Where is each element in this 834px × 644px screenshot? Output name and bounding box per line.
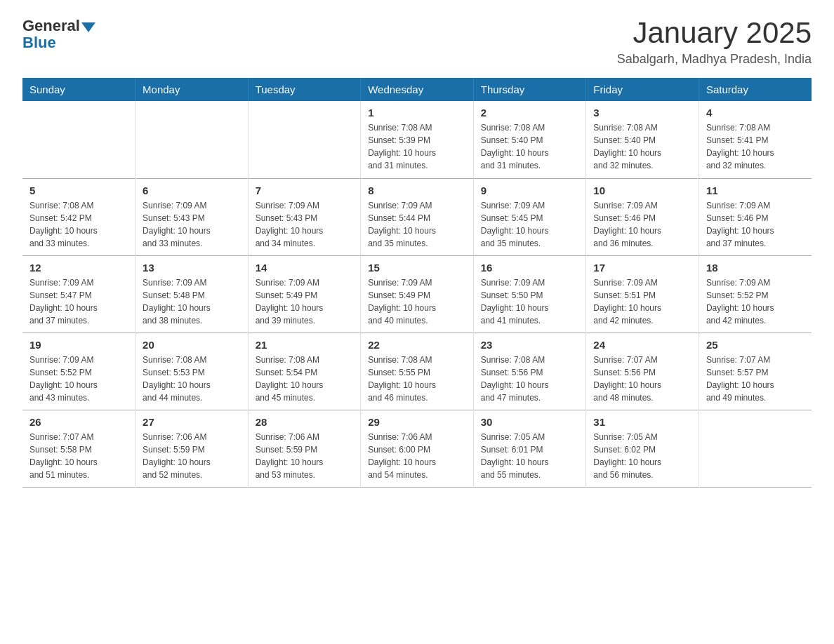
calendar-week-row: 19Sunrise: 7:09 AM Sunset: 5:52 PM Dayli… [22, 333, 812, 410]
day-info: Sunrise: 7:06 AM Sunset: 6:00 PM Dayligh… [368, 431, 466, 481]
calendar-cell: 13Sunrise: 7:09 AM Sunset: 5:48 PM Dayli… [135, 255, 249, 333]
day-number: 15 [368, 262, 466, 274]
day-number: 4 [706, 107, 805, 119]
calendar-cell: 3Sunrise: 7:08 AM Sunset: 5:40 PM Daylig… [586, 101, 699, 178]
calendar-cell [248, 101, 361, 178]
day-number: 23 [481, 339, 579, 351]
day-number: 25 [706, 339, 805, 351]
logo: General Blue [22, 17, 95, 52]
day-info: Sunrise: 7:08 AM Sunset: 5:54 PM Dayligh… [256, 354, 354, 404]
calendar-week-row: 1Sunrise: 7:08 AM Sunset: 5:39 PM Daylig… [22, 101, 812, 178]
calendar-cell: 14Sunrise: 7:09 AM Sunset: 5:49 PM Dayli… [248, 255, 361, 333]
day-info: Sunrise: 7:07 AM Sunset: 5:56 PM Dayligh… [593, 354, 691, 404]
calendar-cell: 12Sunrise: 7:09 AM Sunset: 5:47 PM Dayli… [22, 255, 135, 333]
day-info: Sunrise: 7:09 AM Sunset: 5:43 PM Dayligh… [143, 199, 241, 250]
day-info: Sunrise: 7:05 AM Sunset: 6:01 PM Dayligh… [481, 431, 579, 481]
calendar-cell: 10Sunrise: 7:09 AM Sunset: 5:46 PM Dayli… [586, 178, 699, 255]
day-info: Sunrise: 7:09 AM Sunset: 5:49 PM Dayligh… [368, 276, 466, 327]
calendar-cell [699, 410, 812, 487]
calendar-cell: 19Sunrise: 7:09 AM Sunset: 5:52 PM Dayli… [22, 333, 135, 410]
day-info: Sunrise: 7:09 AM Sunset: 5:50 PM Dayligh… [481, 276, 579, 327]
logo-general: General [22, 17, 80, 35]
day-number: 21 [256, 339, 354, 351]
day-number: 31 [593, 416, 691, 428]
logo-triangle-icon [81, 22, 95, 32]
day-info: Sunrise: 7:08 AM Sunset: 5:55 PM Dayligh… [368, 354, 466, 404]
day-number: 3 [593, 107, 691, 119]
day-number: 24 [593, 339, 691, 351]
calendar-cell: 6Sunrise: 7:09 AM Sunset: 5:43 PM Daylig… [135, 178, 249, 255]
day-number: 5 [29, 185, 128, 196]
day-number: 29 [368, 416, 466, 428]
calendar-cell: 24Sunrise: 7:07 AM Sunset: 5:56 PM Dayli… [586, 333, 699, 410]
calendar-cell [135, 101, 249, 178]
day-number: 6 [143, 185, 241, 196]
day-info: Sunrise: 7:09 AM Sunset: 5:47 PM Dayligh… [29, 276, 128, 327]
calendar-cell: 8Sunrise: 7:09 AM Sunset: 5:44 PM Daylig… [361, 178, 474, 255]
day-number: 19 [29, 339, 128, 351]
weekday-header-monday: Monday [135, 78, 249, 101]
day-number: 11 [706, 185, 805, 196]
title-block: January 2025 Sabalgarh, Madhya Pradesh, … [617, 17, 812, 67]
day-info: Sunrise: 7:09 AM Sunset: 5:46 PM Dayligh… [706, 199, 805, 250]
calendar-cell: 1Sunrise: 7:08 AM Sunset: 5:39 PM Daylig… [361, 101, 474, 178]
day-info: Sunrise: 7:07 AM Sunset: 5:58 PM Dayligh… [29, 431, 128, 481]
day-info: Sunrise: 7:09 AM Sunset: 5:52 PM Dayligh… [706, 276, 805, 327]
day-number: 8 [368, 185, 466, 196]
day-info: Sunrise: 7:08 AM Sunset: 5:40 PM Dayligh… [593, 121, 691, 172]
calendar-cell: 20Sunrise: 7:08 AM Sunset: 5:53 PM Dayli… [135, 333, 249, 410]
month-year-title: January 2025 [617, 17, 812, 49]
weekday-header-friday: Friday [586, 78, 699, 101]
day-info: Sunrise: 7:09 AM Sunset: 5:48 PM Dayligh… [143, 276, 241, 327]
day-info: Sunrise: 7:07 AM Sunset: 5:57 PM Dayligh… [706, 354, 805, 404]
calendar-cell: 18Sunrise: 7:09 AM Sunset: 5:52 PM Dayli… [699, 255, 812, 333]
day-number: 13 [143, 262, 241, 274]
calendar-cell: 16Sunrise: 7:09 AM Sunset: 5:50 PM Dayli… [473, 255, 586, 333]
day-number: 30 [481, 416, 579, 428]
day-number: 12 [29, 262, 128, 274]
day-info: Sunrise: 7:09 AM Sunset: 5:49 PM Dayligh… [256, 276, 354, 327]
weekday-header-saturday: Saturday [699, 78, 812, 101]
calendar-week-row: 26Sunrise: 7:07 AM Sunset: 5:58 PM Dayli… [22, 410, 812, 487]
day-number: 20 [143, 339, 241, 351]
day-number: 7 [256, 185, 354, 196]
calendar-week-row: 12Sunrise: 7:09 AM Sunset: 5:47 PM Dayli… [22, 255, 812, 333]
day-info: Sunrise: 7:09 AM Sunset: 5:51 PM Dayligh… [593, 276, 691, 327]
calendar-cell: 2Sunrise: 7:08 AM Sunset: 5:40 PM Daylig… [473, 101, 586, 178]
weekday-header-wednesday: Wednesday [361, 78, 474, 101]
day-info: Sunrise: 7:08 AM Sunset: 5:40 PM Dayligh… [481, 121, 579, 172]
day-number: 17 [593, 262, 691, 274]
day-number: 28 [256, 416, 354, 428]
day-info: Sunrise: 7:09 AM Sunset: 5:46 PM Dayligh… [593, 199, 691, 250]
weekday-header-sunday: Sunday [22, 78, 135, 101]
calendar-cell: 22Sunrise: 7:08 AM Sunset: 5:55 PM Dayli… [361, 333, 474, 410]
day-number: 22 [368, 339, 466, 351]
day-number: 2 [481, 107, 579, 119]
day-info: Sunrise: 7:08 AM Sunset: 5:56 PM Dayligh… [481, 354, 579, 404]
calendar-table: SundayMondayTuesdayWednesdayThursdayFrid… [22, 78, 812, 488]
calendar-cell [22, 101, 135, 178]
day-info: Sunrise: 7:09 AM Sunset: 5:43 PM Dayligh… [256, 199, 354, 250]
calendar-cell: 7Sunrise: 7:09 AM Sunset: 5:43 PM Daylig… [248, 178, 361, 255]
calendar-cell: 23Sunrise: 7:08 AM Sunset: 5:56 PM Dayli… [473, 333, 586, 410]
calendar-cell: 15Sunrise: 7:09 AM Sunset: 5:49 PM Dayli… [361, 255, 474, 333]
day-info: Sunrise: 7:09 AM Sunset: 5:45 PM Dayligh… [481, 199, 579, 250]
calendar-week-row: 5Sunrise: 7:08 AM Sunset: 5:42 PM Daylig… [22, 178, 812, 255]
calendar-cell: 25Sunrise: 7:07 AM Sunset: 5:57 PM Dayli… [699, 333, 812, 410]
day-info: Sunrise: 7:09 AM Sunset: 5:52 PM Dayligh… [29, 354, 128, 404]
day-info: Sunrise: 7:06 AM Sunset: 5:59 PM Dayligh… [256, 431, 354, 481]
logo-blue: Blue [22, 34, 56, 52]
day-info: Sunrise: 7:09 AM Sunset: 5:44 PM Dayligh… [368, 199, 466, 250]
day-number: 9 [481, 185, 579, 196]
day-info: Sunrise: 7:08 AM Sunset: 5:53 PM Dayligh… [143, 354, 241, 404]
calendar-header-row: SundayMondayTuesdayWednesdayThursdayFrid… [22, 78, 812, 101]
day-number: 18 [706, 262, 805, 274]
weekday-header-thursday: Thursday [473, 78, 586, 101]
day-number: 14 [256, 262, 354, 274]
day-info: Sunrise: 7:06 AM Sunset: 5:59 PM Dayligh… [143, 431, 241, 481]
weekday-header-tuesday: Tuesday [248, 78, 361, 101]
calendar-cell: 28Sunrise: 7:06 AM Sunset: 5:59 PM Dayli… [248, 410, 361, 487]
day-number: 1 [368, 107, 466, 119]
calendar-cell: 5Sunrise: 7:08 AM Sunset: 5:42 PM Daylig… [22, 178, 135, 255]
day-info: Sunrise: 7:08 AM Sunset: 5:39 PM Dayligh… [368, 121, 466, 172]
